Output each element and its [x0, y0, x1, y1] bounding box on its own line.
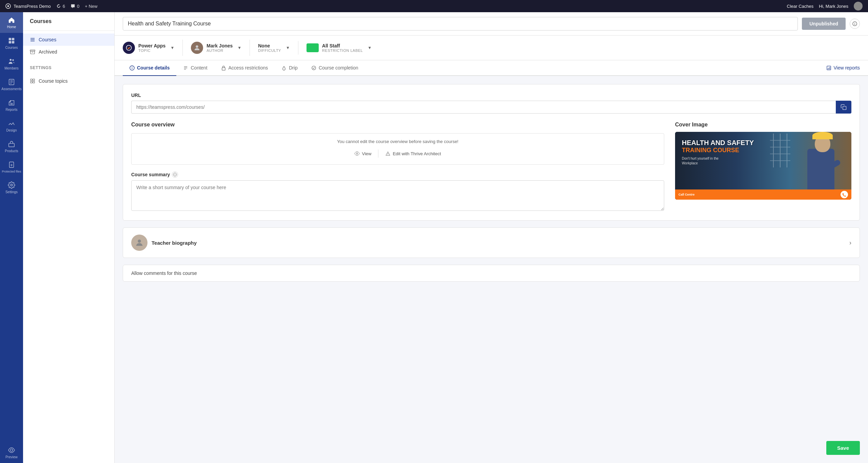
restriction-color-icon — [307, 43, 319, 52]
topic-selector[interactable]: Power Apps TOPIC ▼ — [123, 40, 183, 56]
restriction-chevron-icon: ▼ — [368, 45, 372, 50]
comments-count: 0 — [77, 4, 79, 9]
tab-course-details-label: Course details — [137, 65, 170, 71]
course-summary-textarea[interactable] — [131, 180, 664, 211]
sidebar-item-members-label: Members — [4, 66, 19, 70]
settings-section-header: Settings — [23, 61, 114, 72]
page-header: Unpublished — [115, 12, 868, 36]
reports-icon — [8, 99, 15, 106]
allow-comments-row: Allow comments for this course — [123, 265, 860, 282]
summary-info-icon[interactable] — [172, 172, 178, 178]
cover-image-title: Cover Image — [675, 122, 851, 128]
svg-point-33 — [196, 45, 198, 48]
tab-course-completion[interactable]: Course completion — [304, 60, 365, 76]
cover-title-line2: TRAINING COURSE — [682, 147, 754, 154]
sidebar-item-preview[interactable]: Preview — [0, 442, 23, 463]
overview-view-label: View — [362, 151, 371, 156]
comments-button[interactable]: 0 — [71, 4, 79, 9]
svg-rect-25 — [31, 79, 32, 81]
tab-access-restrictions[interactable]: Access restrictions — [214, 60, 275, 76]
nav-item-courses[interactable]: Courses — [23, 34, 114, 46]
nav-item-course-topics[interactable]: Course topics — [23, 75, 114, 87]
restriction-name: All Staff — [322, 43, 363, 48]
new-button[interactable]: + New — [85, 4, 97, 9]
unpublished-button[interactable]: Unpublished — [802, 18, 846, 30]
svg-point-47 — [356, 153, 358, 154]
main-content: Unpublished Power Apps TOPIC ▼ — [115, 12, 868, 463]
sidebar-item-home[interactable]: Home — [0, 12, 23, 33]
sidebar-item-protected-files[interactable]: Protected files — [0, 157, 23, 177]
url-input[interactable] — [131, 101, 836, 114]
sidebar-item-products[interactable]: Products — [0, 136, 23, 157]
status-info-icon[interactable] — [850, 19, 860, 29]
svg-point-6 — [12, 59, 14, 61]
topic-icon — [123, 42, 135, 54]
author-selector[interactable]: Mark Jones AUTHOR ▼ — [183, 40, 250, 56]
sidebar-item-design[interactable]: Design — [0, 116, 23, 136]
overview-view-button[interactable]: View — [348, 148, 378, 159]
svg-point-5 — [10, 59, 12, 61]
clear-caches-link[interactable]: Clear Caches — [787, 4, 814, 9]
course-summary-label: Course summary — [131, 172, 664, 178]
topic-name: Power Apps — [138, 43, 165, 48]
topbar: TeamsPress Demo 6 0 + New Clear Caches H… — [0, 0, 868, 12]
difficulty-chevron-icon: ▼ — [286, 45, 290, 50]
updates-count: 6 — [63, 4, 65, 9]
left-panel: Courses Courses Archived Settings — [23, 12, 115, 463]
author-settings-title: Teacher biography — [131, 235, 197, 251]
tab-course-details[interactable]: Course details — [123, 60, 176, 76]
svg-rect-4 — [12, 41, 14, 43]
svg-rect-40 — [222, 67, 225, 70]
sidebar-item-protected-files-label: Protected files — [2, 170, 21, 173]
nav-item-archived[interactable]: Archived — [23, 46, 114, 58]
brand-icon — [5, 3, 11, 9]
hi-user: Hi, Mark Jones — [819, 4, 848, 9]
save-button[interactable]: Save — [826, 441, 860, 455]
cover-image-section: Cover Image — [675, 122, 851, 212]
save-button-row: Save — [826, 441, 860, 455]
content-icon — [183, 65, 188, 71]
updates-button[interactable]: 6 — [56, 4, 65, 9]
svg-point-51 — [175, 174, 175, 174]
author-text: Mark Jones AUTHOR — [206, 43, 233, 53]
course-title-input[interactable] — [123, 17, 798, 31]
author-settings-card[interactable]: Teacher biography › — [123, 227, 860, 258]
cover-image-box[interactable]: HEALTH AND SAFETY TRAINING COURSE Don't … — [675, 132, 851, 200]
drip-icon — [281, 65, 287, 71]
tab-access-restrictions-label: Access restrictions — [229, 65, 268, 71]
tab-content[interactable]: Content — [176, 60, 214, 76]
difficulty-selector[interactable]: None DIFFICULTY ▼ — [250, 41, 298, 55]
nav-item-course-topics-label: Course topics — [39, 78, 68, 84]
sidebar-item-reports[interactable]: Reports — [0, 95, 23, 116]
svg-rect-13 — [9, 143, 15, 147]
list-icon — [30, 37, 35, 42]
svg-point-18 — [10, 449, 13, 451]
restriction-selector[interactable]: All Staff RESTRICTION LABEL ▼ — [298, 41, 380, 55]
overview-edit-button[interactable]: Edit with Thrive Architect — [378, 148, 448, 159]
left-panel-header: Courses — [23, 12, 114, 31]
sidebar-item-assessments[interactable]: Assessments — [0, 74, 23, 95]
user-avatar[interactable] — [854, 2, 863, 11]
course-overview-section: Course overview You cannot edit the cour… — [131, 122, 664, 212]
sidebar-item-courses[interactable]: Courses — [0, 33, 23, 54]
courses-icon — [8, 37, 15, 44]
restriction-label: RESTRICTION LABEL — [322, 48, 363, 53]
sidebar-item-products-label: Products — [5, 149, 18, 153]
comment-icon — [71, 4, 75, 8]
svg-rect-26 — [33, 79, 35, 81]
view-reports-link[interactable]: View reports — [826, 60, 860, 75]
svg-rect-2 — [12, 38, 14, 40]
info-small-icon — [173, 173, 177, 177]
author-label: AUTHOR — [206, 48, 233, 53]
sidebar-item-settings-label: Settings — [5, 190, 18, 194]
design-icon — [8, 120, 15, 127]
sidebar-item-settings[interactable]: Settings — [0, 177, 23, 198]
preview-icon — [8, 446, 15, 454]
url-copy-button[interactable] — [836, 101, 851, 114]
members-icon — [8, 58, 15, 65]
sidebar-item-home-label: Home — [7, 25, 16, 29]
sidebar-item-members[interactable]: Members — [0, 54, 23, 74]
completion-icon — [311, 65, 316, 71]
copy-icon — [841, 104, 847, 110]
tab-drip[interactable]: Drip — [275, 60, 304, 76]
